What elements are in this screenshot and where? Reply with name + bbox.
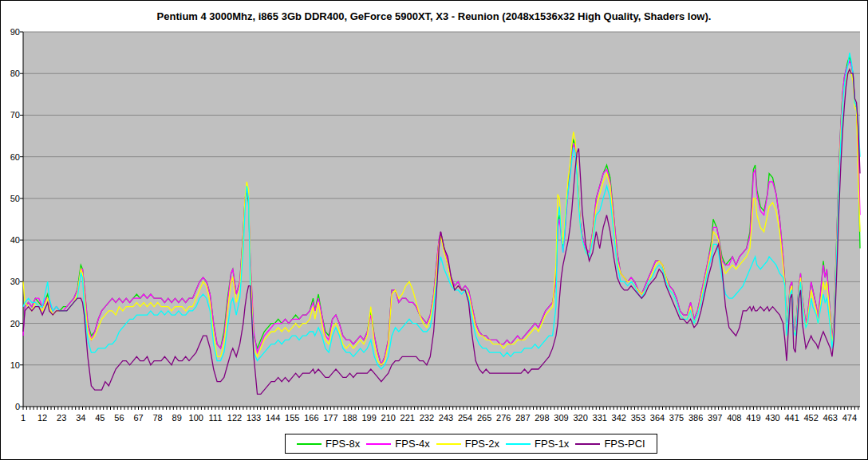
x-tick-label-463: 463 [823,413,838,423]
x-tick-label-12: 12 [37,413,47,423]
x-tick-label-276: 276 [496,413,511,423]
x-tick-label-144: 144 [266,413,280,423]
x-tick-label-243: 243 [439,413,453,423]
x-tick-label-188: 188 [342,413,357,423]
legend-item-fps-4x: FPS-4x [366,438,429,450]
plot-background [23,32,860,407]
x-tick-label-265: 265 [477,413,491,423]
x-tick-label-331: 331 [593,413,607,423]
y-tick-label-70: 70 [1,110,20,120]
x-tick-label-67: 67 [133,413,143,423]
legend-swatch-fps-pci [575,443,600,445]
x-tick-label-375: 375 [669,413,684,423]
x-tick-label-232: 232 [420,413,434,423]
x-tick-label-309: 309 [554,413,568,423]
x-tick-label-78: 78 [153,413,163,423]
x-tick-label-89: 89 [172,413,182,423]
x-tick-label-397: 397 [708,413,722,423]
y-tick-label-40: 40 [1,235,20,245]
x-tick-label-320: 320 [573,413,587,423]
x-tick-label-166: 166 [304,413,318,423]
x-tick-label-122: 122 [227,413,242,423]
x-tick-label-34: 34 [76,413,85,423]
x-tick-label-298: 298 [535,413,549,423]
x-tick-label-23: 23 [57,413,66,423]
legend-item-fps-8x: FPS-8x [297,438,360,450]
legend-item-fps-2x: FPS-2x [436,438,499,450]
legend-label-fps-8x: FPS-8x [326,438,360,450]
legend-label-fps-2x: FPS-2x [465,438,499,450]
x-tick-label-364: 364 [650,413,665,423]
x-tick-label-353: 353 [631,413,645,423]
x-tick-label-342: 342 [612,413,626,423]
plot-area [1,1,867,459]
x-tick-label-199: 199 [361,413,376,423]
chart-frame: Pentium 4 3000Mhz, i865 3Gb DDR400, GeFo… [0,0,868,460]
y-tick-label-60: 60 [1,152,20,162]
legend-label-fps-pci: FPS-PCI [604,438,645,450]
y-tick-label-20: 20 [1,319,20,328]
x-tick-label-155: 155 [285,413,299,423]
x-tick-label-254: 254 [458,413,472,423]
legend-swatch-fps-8x [297,443,322,445]
legend-swatch-fps-4x [366,443,391,445]
x-tick-label-221: 221 [400,413,415,423]
x-tick-label-441: 441 [784,413,799,423]
y-tick-label-80: 80 [1,69,20,78]
x-tick-label-408: 408 [727,413,741,423]
x-axis-minor-ticks [23,407,858,410]
x-tick-label-56: 56 [114,413,124,423]
y-tick-label-50: 50 [1,194,20,203]
x-tick-label-386: 386 [688,413,703,423]
legend-item-fps-1x: FPS-1x [506,438,569,450]
x-tick-label-452: 452 [803,413,818,423]
y-tick-label-10: 10 [1,360,20,370]
x-tick-label-45: 45 [95,413,105,423]
legend: FPS-8xFPS-4xFPS-2xFPS-1xFPS-PCI [285,434,657,454]
legend-label-fps-1x: FPS-1x [535,438,569,450]
x-tick-label-287: 287 [515,413,530,423]
legend-swatch-fps-2x [436,443,461,445]
x-tick-label-210: 210 [381,413,396,423]
x-tick-label-474: 474 [842,413,857,423]
y-tick-label-90: 90 [1,27,20,37]
x-tick-label-111: 111 [209,413,223,423]
x-tick-label-133: 133 [247,413,261,423]
legend-swatch-fps-1x [506,443,531,445]
x-tick-label-177: 177 [323,413,337,423]
legend-item-fps-pci: FPS-PCI [575,438,645,450]
x-tick-label-419: 419 [746,413,760,423]
x-tick-label-100: 100 [189,413,203,423]
x-tick-label-430: 430 [765,413,779,423]
y-tick-label-0: 0 [1,402,20,411]
y-tick-label-30: 30 [1,277,20,286]
x-tick-label-1: 1 [21,413,26,423]
legend-label-fps-4x: FPS-4x [395,438,429,450]
